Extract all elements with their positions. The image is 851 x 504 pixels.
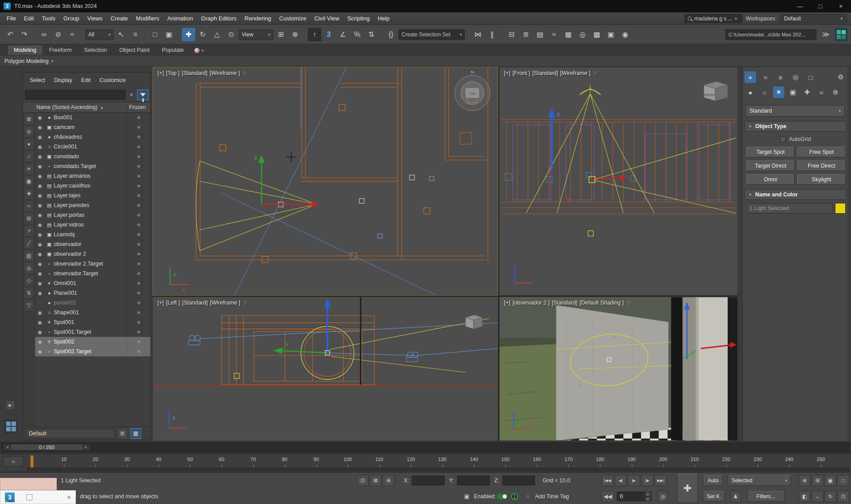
visibility-eye-icon[interactable]: ◉ — [35, 339, 45, 345]
viewport-top-label-part-3[interactable]: [Wireframe ] — [210, 70, 240, 76]
unlink-selection-icon[interactable]: ⊘ — [51, 28, 65, 41]
frozen-toggle-icon[interactable]: ∗ — [126, 171, 150, 181]
frozen-toggle-icon[interactable]: ∗ — [126, 298, 150, 308]
viewport-perspective[interactable]: [+][observador 2 ][Standard][Default Sha… — [499, 297, 738, 441]
visibility-eye-icon[interactable]: ◉ — [35, 251, 45, 257]
visibility-eye-icon[interactable]: ◉ — [35, 329, 45, 335]
viewport-persp-label-part-1[interactable]: [observador 2 ] — [512, 300, 549, 306]
frozen-toggle-icon[interactable]: ∗ — [126, 317, 150, 327]
ribbon-config-dropdown[interactable]: ▾ — [194, 48, 204, 55]
select-and-rotate-icon[interactable]: ↻ — [196, 28, 209, 41]
frozen-toggle-icon[interactable]: ∗ — [126, 132, 150, 142]
time-slider-track[interactable]: < 0 / 250 > — [2, 443, 849, 452]
set-keys-button[interactable]: ✚ — [677, 474, 698, 503]
viewport-top-label-part-0[interactable]: [+] — [158, 70, 164, 76]
play-button[interactable]: ▶ — [628, 475, 640, 486]
viewcube[interactable] — [465, 315, 482, 329]
toggle-scene-explorer-icon[interactable]: ⊟ — [505, 28, 518, 41]
explorer-menu-edit[interactable]: Edit — [77, 77, 95, 83]
explorer-row[interactable]: ◉●Box001∗ — [35, 113, 150, 122]
viewport-layout-tab-icon[interactable] — [4, 420, 18, 433]
selection-set-key-dropdown[interactable]: Selected ▾ — [728, 475, 791, 486]
active-layer-dropdown[interactable]: Default — [26, 429, 114, 438]
visibility-eye-icon[interactable]: ◉ — [35, 290, 45, 296]
expand-panel-button[interactable]: ▶ — [5, 400, 15, 410]
visibility-eye-icon[interactable]: ◉ — [35, 242, 45, 247]
overlay-square-icon[interactable] — [26, 494, 32, 500]
reference-coordinate-dropdown[interactable]: View▾ — [239, 29, 273, 40]
explorer-row[interactable]: ◉☀Omni001∗ — [35, 278, 150, 288]
explorer-row[interactable]: ◉▤Layer:paredes∗ — [35, 200, 150, 210]
viewport-front[interactable]: z FRONT — [499, 67, 738, 296]
select-and-scale-icon[interactable]: △ — [210, 28, 224, 41]
ribbon-tab-modeling[interactable]: Modeling — [7, 45, 43, 55]
command-panel-scrollbar[interactable] — [847, 67, 851, 441]
visibility-eye-icon[interactable]: ◉ — [35, 212, 45, 218]
autogrid-checkbox[interactable] — [780, 137, 786, 142]
display-containers-icon[interactable]: ▤ — [24, 250, 34, 262]
zoom-extents-icon[interactable]: ▣ — [824, 475, 836, 486]
minimize-button[interactable]: — — [790, 0, 810, 12]
viewport-top[interactable]: y TOP N y x [+][Top — [153, 67, 498, 296]
ribbon-tab-populate[interactable]: Populate — [156, 45, 190, 55]
close-button[interactable]: × — [831, 0, 851, 12]
viewport-persp-label-part-0[interactable]: [+] — [504, 300, 510, 306]
person-icon[interactable]: ♟ — [730, 491, 741, 502]
project-folder-icon[interactable] — [835, 28, 847, 41]
visibility-eye-icon[interactable]: ◉ — [35, 164, 45, 169]
explorer-row[interactable]: ◉▤Layer:lajes∗ — [35, 191, 150, 200]
visibility-eye-icon[interactable]: ○ — [35, 300, 45, 305]
ribbon-tab-object-paint[interactable]: Object Paint — [113, 45, 156, 55]
display-influences-icon[interactable]: ◇ — [24, 275, 34, 286]
visibility-eye-icon[interactable]: ◉ — [35, 203, 45, 208]
frozen-toggle-icon[interactable]: ∗ — [126, 347, 150, 356]
zoom-region-icon[interactable]: ◧ — [799, 491, 811, 502]
orbit-icon[interactable]: ↻ — [824, 491, 836, 502]
explorer-menu-display[interactable]: Display — [50, 77, 76, 83]
explorer-menu-customize[interactable]: Customize — [95, 77, 130, 83]
frozen-toggle-icon[interactable]: ∗ — [126, 337, 150, 347]
named-selection-sets-input[interactable]: Create Selection Set▾ — [398, 29, 465, 40]
viewcube[interactable]: FRONT — [704, 82, 728, 101]
zoom-all-icon[interactable]: ⊞ — [812, 475, 823, 486]
frozen-toggle-icon[interactable]: ∗ — [126, 210, 150, 220]
explorer-row[interactable]: ○●porta002∗ — [35, 298, 150, 308]
menu-graph-editors[interactable]: Graph Editors — [197, 12, 240, 24]
frozen-toggle-icon[interactable]: ∗ — [126, 142, 150, 152]
viewport-persp-label-part-3[interactable]: [Default Shading ] — [579, 300, 623, 306]
percent-snap-icon[interactable]: % — [351, 28, 364, 41]
rendered-frame-window-icon[interactable]: ▣ — [604, 28, 618, 41]
select-and-move-icon[interactable]: ✚ — [182, 28, 195, 41]
frozen-toggle-icon[interactable]: ∗ — [126, 249, 150, 259]
hierarchy-tab-icon[interactable]: ≡ — [775, 71, 786, 83]
edit-named-selection-sets-icon[interactable]: {} — [384, 28, 398, 41]
viewport-persp-label-part-2[interactable]: [Standard] — [552, 300, 578, 306]
key-track[interactable] — [27, 468, 849, 471]
visibility-eye-icon[interactable]: ◉ — [35, 232, 45, 238]
ribbon-tab-freeform[interactable]: Freeform — [43, 45, 78, 55]
curve-editor-icon[interactable]: ≈ — [548, 28, 561, 41]
next-frame-arrow[interactable]: > — [83, 445, 89, 450]
frozen-toggle-icon[interactable]: ∗ — [126, 181, 150, 191]
schematic-view-icon[interactable]: ▦ — [562, 28, 575, 41]
lights-category-icon[interactable]: ☀ — [773, 86, 784, 98]
object-type-button-target-direct[interactable]: Target Direct — [746, 160, 795, 171]
time-slider-handle[interactable]: < 0 / 250 > — [3, 444, 90, 451]
frozen-toggle-icon[interactable]: ∗ — [126, 327, 150, 337]
z-coordinate-input[interactable] — [502, 476, 535, 485]
viewport-front-label-part-1[interactable]: [Front ] — [512, 70, 530, 76]
create-tab-icon[interactable]: + — [745, 71, 756, 83]
account-dropdown[interactable]: madalena g s ... ▾ — [685, 14, 742, 23]
explorer-row[interactable]: ◉▫Spot001.Target∗ — [35, 327, 150, 337]
menu-group[interactable]: Group — [59, 12, 83, 24]
menu-scripting[interactable]: Scripting — [343, 12, 374, 24]
visibility-eye-icon[interactable]: ◉ — [35, 222, 45, 228]
set-key-button[interactable]: Set K. — [703, 491, 725, 502]
frozen-toggle-icon[interactable]: ∗ — [126, 278, 150, 288]
menu-views[interactable]: Views — [83, 12, 106, 24]
explorer-row[interactable]: ◉▣camcam∗ — [35, 122, 150, 132]
explorer-row[interactable]: ◉○Circle001∗ — [35, 142, 150, 152]
frozen-toggle-icon[interactable]: ∗ — [126, 239, 150, 249]
frozen-toggle-icon[interactable]: ∗ — [126, 122, 150, 132]
ribbon-panel-bar[interactable]: Polygon Modeling ▾ — [0, 55, 851, 67]
